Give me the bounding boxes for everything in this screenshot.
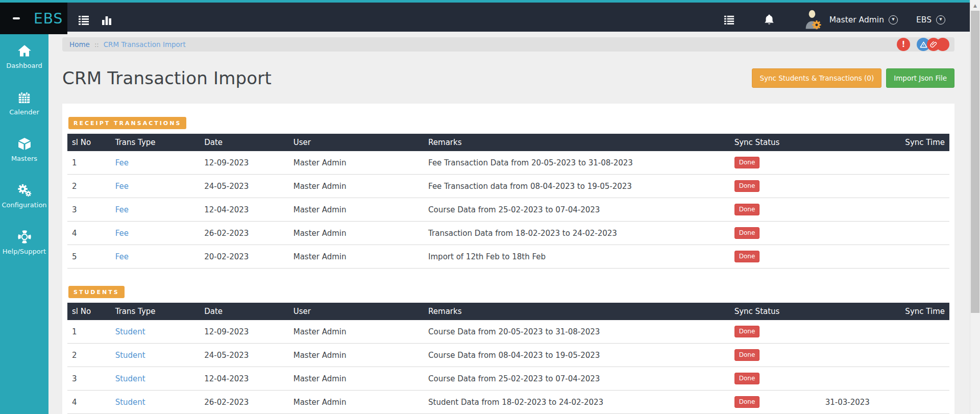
life-ring-icon xyxy=(17,229,32,245)
column-header-sync-time: Sync Time xyxy=(821,134,949,151)
column-header-sl-no: sl No xyxy=(67,303,111,320)
brand-logo: EBS xyxy=(34,10,63,27)
sidebar-item-masters[interactable]: Masters xyxy=(0,130,48,169)
alert-circle-icon[interactable]: ! xyxy=(897,38,910,51)
navbar-left-icons xyxy=(78,14,112,26)
cell-sl-no: 2 xyxy=(67,175,111,198)
column-header-sync-status: Sync Status xyxy=(730,134,821,151)
sidebar-item-help-support[interactable]: Help/Support xyxy=(0,223,48,262)
content-panel: RECEIPT TRANSACTIONS sl NoTrans TypeDate… xyxy=(62,104,954,414)
trans-type-link[interactable]: Fee xyxy=(115,205,129,214)
cell-trans-type: Student xyxy=(111,391,200,414)
sync-status-badge: Done xyxy=(734,349,760,361)
trans-type-link[interactable]: Student xyxy=(115,351,145,360)
sidebar-item-label: Configuration xyxy=(2,201,46,209)
paperclip-icon[interactable] xyxy=(927,38,940,51)
user-chevron-down-icon[interactable]: ▼ xyxy=(889,15,898,25)
cell-date: 12-09-2023 xyxy=(200,151,289,175)
trans-type-link[interactable]: Student xyxy=(115,398,145,407)
sidebar-collapse-toggle[interactable] xyxy=(13,17,20,19)
column-header-user: User xyxy=(289,134,424,151)
bar-chart-icon[interactable] xyxy=(101,14,112,26)
user-menu-label[interactable]: Master Admin xyxy=(829,15,884,25)
cell-trans-type: Fee xyxy=(111,151,200,175)
cell-remarks: Course Data from 20-05-2023 to 31-08-202… xyxy=(424,320,730,344)
cell-sync-status: Done xyxy=(730,344,821,367)
trans-type-link[interactable]: Fee xyxy=(115,229,129,238)
receipt-transactions-section-badge: RECEIPT TRANSACTIONS xyxy=(68,117,186,129)
scroll-up-button[interactable]: ▲ xyxy=(970,0,980,11)
navbar-inner: Master Admin ▼ EBS ▼ xyxy=(67,5,970,34)
sidebar-item-label: Help/Support xyxy=(3,248,46,255)
cell-sl-no: 5 xyxy=(67,245,111,269)
cell-remarks: Course Data from 08-04-2023 to 19-05-202… xyxy=(424,344,730,367)
cell-sl-no: 3 xyxy=(67,198,111,222)
cell-user: Master Admin xyxy=(289,391,424,414)
sidebar-item-dashboard[interactable]: Dashboard xyxy=(0,37,48,77)
menu-list-icon[interactable] xyxy=(78,14,90,26)
column-header-sl-no: sl No xyxy=(67,134,111,151)
trans-type-link[interactable]: Student xyxy=(115,374,145,383)
cell-sync-status: Done xyxy=(730,391,821,414)
table-row: 3Student12-04-2023Master AdminCourse Dat… xyxy=(67,367,949,391)
cell-sync-time xyxy=(821,245,949,269)
sidebar-item-label: Calender xyxy=(9,108,39,116)
import-json-file-button[interactable]: Import Json File xyxy=(886,68,954,88)
breadcrumb-separator: :: xyxy=(94,41,99,48)
top-navbar: EBS xyxy=(0,0,980,32)
breadcrumb-home-link[interactable]: Home xyxy=(69,40,90,48)
cell-date: 26-02-2023 xyxy=(200,391,289,414)
user-avatar[interactable] xyxy=(803,9,822,30)
sidebar-item-configuration[interactable]: Configuration xyxy=(0,176,48,216)
trans-type-link[interactable]: Fee xyxy=(115,182,129,191)
cell-user: Master Admin xyxy=(289,367,424,391)
table-row: 1Fee12-09-2023Master AdminFee Transactio… xyxy=(67,151,949,175)
cell-remarks: Fee Transaction data from 08-04-2023 to … xyxy=(424,175,730,198)
sync-students-transactions-button[interactable]: Sync Students & Transactions (0) xyxy=(752,68,881,88)
cell-trans-type: Fee xyxy=(111,175,200,198)
breadcrumb-current-link[interactable]: CRM Transaction Import xyxy=(104,40,186,48)
trans-type-link[interactable]: Fee xyxy=(115,158,129,167)
cell-user: Master Admin xyxy=(289,344,424,367)
cell-sync-time xyxy=(821,320,949,344)
trans-type-link[interactable]: Student xyxy=(115,327,145,336)
breadcrumb-status-icons: ! xyxy=(897,38,949,51)
tasks-list-icon[interactable] xyxy=(723,14,735,26)
cell-sync-time: 31-03-2023 xyxy=(821,391,949,414)
cell-sl-no: 3 xyxy=(67,367,111,391)
cell-sync-time xyxy=(821,367,949,391)
org-chevron-down-icon[interactable]: ▼ xyxy=(936,15,945,25)
column-header-user: User xyxy=(289,303,424,320)
cell-sl-no: 4 xyxy=(67,222,111,245)
cell-sync-status: Done xyxy=(730,151,821,175)
column-header-trans-type: Trans Type xyxy=(111,303,200,320)
calendar-icon xyxy=(17,90,31,105)
cell-remarks: Course Data from 25-02-2023 to 07-04-202… xyxy=(424,198,730,222)
cell-sync-status: Done xyxy=(730,222,821,245)
table-row: 2Student24-05-2023Master AdminCourse Dat… xyxy=(67,344,949,367)
logo-box: EBS xyxy=(0,3,67,34)
scrollbar-thumb[interactable] xyxy=(971,11,979,313)
cell-sync-time xyxy=(821,344,949,367)
cell-date: 12-04-2023 xyxy=(200,367,289,391)
cell-trans-type: Fee xyxy=(111,198,200,222)
sync-status-badge: Done xyxy=(734,157,760,168)
column-header-remarks: Remarks xyxy=(424,303,730,320)
cell-sync-status: Done xyxy=(730,320,821,344)
notifications-bell-icon[interactable] xyxy=(764,14,775,26)
table-row: 1Student12-09-2023Master AdminCourse Dat… xyxy=(67,320,949,344)
cell-trans-type: Fee xyxy=(111,245,200,269)
trans-type-link[interactable]: Fee xyxy=(115,252,129,261)
sidebar-item-label: Dashboard xyxy=(6,62,42,69)
column-header-remarks: Remarks xyxy=(424,134,730,151)
cell-sync-status: Done xyxy=(730,245,821,269)
cell-date: 12-04-2023 xyxy=(200,198,289,222)
table-header-row: sl NoTrans TypeDateUserRemarksSync Statu… xyxy=(67,303,949,320)
org-menu-label[interactable]: EBS xyxy=(916,15,932,25)
table-header-row: sl NoTrans TypeDateUserRemarksSync Statu… xyxy=(67,134,949,151)
cell-user: Master Admin xyxy=(289,198,424,222)
sidebar-item-calender[interactable]: Calender xyxy=(0,83,48,123)
table-row: 3Fee12-04-2023Master AdminCourse Data fr… xyxy=(67,198,949,222)
sync-status-badge: Done xyxy=(734,227,760,239)
scrollbar[interactable]: ▲ xyxy=(970,0,980,414)
